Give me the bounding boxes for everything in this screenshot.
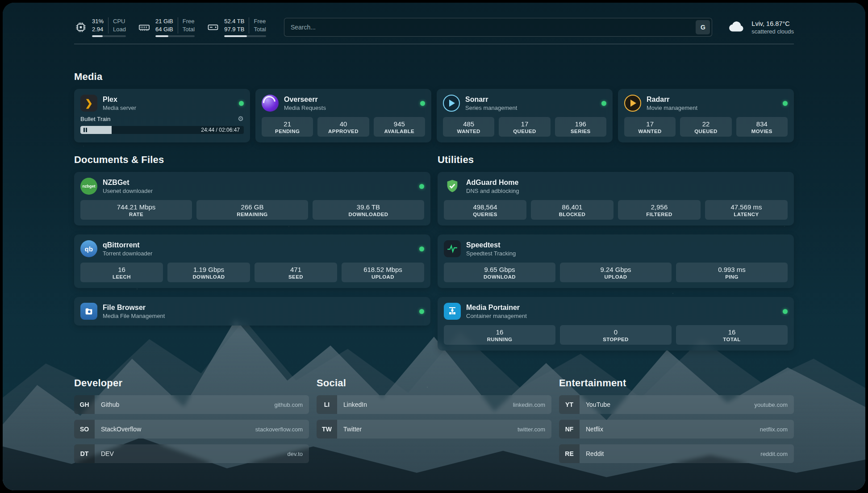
radarr-status-dot <box>783 101 788 106</box>
portainer-subtitle: Container management <box>466 313 527 319</box>
topbar-divider <box>74 44 794 44</box>
cpu-percent: 31% <box>92 17 104 25</box>
nzbget-stat-remaining: 266 GB REMAINING <box>196 200 308 220</box>
nzbget-card[interactable]: nzbget NZBGet Usenet downloader 744.21 M… <box>74 172 430 226</box>
cpu-load-label: Load <box>113 25 126 33</box>
qbittorrent-subtitle: Torrent downloader <box>103 250 152 257</box>
portainer-card[interactable]: Media Portainer Container management 16 … <box>438 297 794 351</box>
overseerr-name: Overseerr <box>284 95 326 104</box>
disk-free-value: 52.4 TB <box>224 17 244 25</box>
nzbget-name: NZBGet <box>103 178 153 187</box>
speedtest-name: Speedtest <box>466 241 516 249</box>
sonarr-status-dot <box>601 101 606 106</box>
disk-total-label: Total <box>254 25 266 33</box>
disk-widget: 52.4 TB 97.9 TB Free Total <box>206 17 266 37</box>
search-provider-button[interactable]: G <box>696 20 710 34</box>
nzbget-subtitle: Usenet downloader <box>103 188 153 194</box>
overseerr-icon <box>262 95 279 112</box>
filebrowser-icon <box>80 303 97 320</box>
section-documents-files: Documents & Files nzbget NZBGet Usenet d… <box>74 154 430 359</box>
disk-icon <box>206 21 220 34</box>
adguard-stat-blocked: 86,401 BLOCKED <box>531 200 613 220</box>
filebrowser-name: File Browser <box>103 303 165 312</box>
plex-progress-bar[interactable]: 24:44 / 02:06:47 <box>80 126 244 134</box>
sonarr-stat-wanted: 485 WANTED <box>443 117 494 137</box>
bookmark-netflix[interactable]: NF Netflix netflix.com <box>559 420 794 439</box>
section-title-developer: Developer <box>74 377 309 389</box>
portainer-icon <box>444 303 461 320</box>
ram-icon <box>138 21 151 34</box>
speedtest-icon <box>444 240 461 257</box>
qbittorrent-card[interactable]: qb qBittorrent Torrent downloader 16 LEE… <box>74 234 430 288</box>
radarr-subtitle: Movie management <box>647 104 697 111</box>
disk-total-value: 97.9 TB <box>224 25 244 33</box>
filebrowser-subtitle: Media File Management <box>103 313 165 319</box>
radarr-card[interactable]: Radarr Movie management 17 WANTED 22 QUE… <box>618 89 794 142</box>
adguard-icon <box>444 178 461 195</box>
overseerr-stat-approved: 40 APPROVED <box>317 117 369 137</box>
radarr-stat-movies: 834 MOVIES <box>736 117 788 137</box>
portainer-stat-total: 16 TOTAL <box>676 325 788 345</box>
github-abbr-badge: GH <box>74 395 95 414</box>
overseerr-stat-pending: 21 PENDING <box>262 117 313 137</box>
disk-free-label: Free <box>254 17 266 25</box>
top-bar: 31% 2.94 CPU Load <box>74 17 794 38</box>
playback-time: 24:44 / 02:06:47 <box>201 127 240 133</box>
qbittorrent-stat-seed: 471 SEED <box>255 263 337 282</box>
nzbget-stat-rate: 744.21 Mbps RATE <box>80 200 192 220</box>
linkedin-abbr-badge: LI <box>317 395 337 414</box>
plex-status-dot <box>239 101 244 106</box>
dashboard-screen: 31% 2.94 CPU Load <box>3 3 865 490</box>
bookmark-github[interactable]: GH Github github.com <box>74 395 309 414</box>
radarr-name: Radarr <box>647 95 697 104</box>
plex-card[interactable]: ❯ Plex Media server Bullet Train ⚙ <box>74 89 250 142</box>
youtube-abbr-badge: YT <box>559 395 580 414</box>
bookmark-twitter[interactable]: TW Twitter twitter.com <box>317 420 551 439</box>
disk-usage-bar <box>224 35 266 37</box>
ram-free-label: Free <box>183 17 195 25</box>
reddit-abbr-badge: RE <box>559 444 580 463</box>
adguard-card[interactable]: AdGuard Home DNS and adblocking 498,564 … <box>438 172 794 226</box>
dev-abbr-badge: DT <box>74 444 95 463</box>
widget-settings-gear-icon[interactable]: ⚙ <box>238 115 244 123</box>
plex-subtitle: Media server <box>103 104 136 111</box>
cpu-load-average: 2.94 <box>92 25 104 33</box>
weather-condition: scattered clouds <box>751 28 794 35</box>
adguard-stat-latency: 47.569 ms LATENCY <box>705 200 788 220</box>
overseerr-status-dot <box>420 101 425 106</box>
sonarr-stat-series: 196 SERIES <box>555 117 606 137</box>
filebrowser-status-dot <box>419 309 424 314</box>
section-utilities: Utilities AdGuard Home DNS and adblockin… <box>438 154 794 359</box>
bookmark-stackoverflow[interactable]: SO StackOverflow stackoverflow.com <box>74 420 309 439</box>
ram-widget: 21 GiB 64 GiB Free Total <box>138 17 195 37</box>
bookmark-reddit[interactable]: RE Reddit reddit.com <box>559 444 794 463</box>
cloud-icon <box>727 17 746 38</box>
portainer-status-dot <box>783 309 788 314</box>
section-title-media: Media <box>74 71 794 83</box>
radarr-stat-queued: 22 QUEUED <box>680 117 731 137</box>
bookmark-dev[interactable]: DT DEV dev.to <box>74 444 309 463</box>
bookmark-youtube[interactable]: YT YouTube youtube.com <box>559 395 794 414</box>
cpu-label: CPU <box>113 17 126 25</box>
speedtest-stat-download: 9.65 Gbps DOWNLOAD <box>444 263 555 282</box>
bookmark-linkedin[interactable]: LI LinkedIn linkedin.com <box>317 395 551 414</box>
qbittorrent-status-dot <box>419 246 424 251</box>
speedtest-card[interactable]: Speedtest Speedtest Tracking 9.65 Gbps D… <box>438 234 794 288</box>
portainer-stat-stopped: 0 STOPPED <box>560 325 672 345</box>
qbittorrent-icon: qb <box>80 240 97 257</box>
pause-icon[interactable] <box>83 128 87 132</box>
weather-location: Lviv, 16.87°C <box>751 20 794 27</box>
sonarr-icon <box>443 95 460 112</box>
twitter-abbr-badge: TW <box>317 420 337 439</box>
sonarr-subtitle: Series management <box>465 104 517 111</box>
sonarr-name: Sonarr <box>465 95 517 104</box>
qbittorrent-stat-leech: 16 LEECH <box>80 263 163 282</box>
sonarr-card[interactable]: Sonarr Series management 485 WANTED 17 Q… <box>437 89 613 142</box>
speedtest-subtitle: Speedtest Tracking <box>466 250 516 257</box>
speedtest-stat-ping: 0.993 ms PING <box>676 263 788 282</box>
filebrowser-card[interactable]: File Browser Media File Management <box>74 297 430 326</box>
cpu-icon <box>74 21 88 34</box>
search-input[interactable] <box>284 18 712 37</box>
overseerr-card[interactable]: Overseerr Media Requests 21 PENDING 40 A… <box>255 89 431 142</box>
ram-free-value: 21 GiB <box>155 17 173 25</box>
